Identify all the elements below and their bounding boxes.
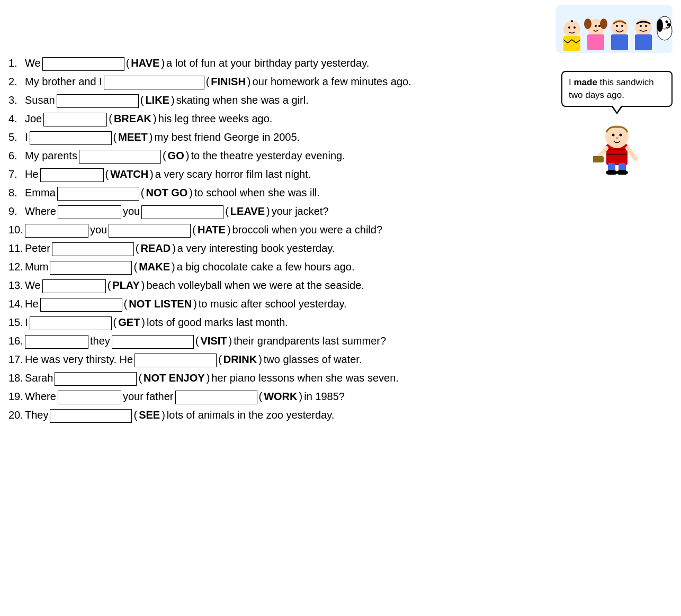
ex5-verb: MEET — [118, 129, 148, 146]
svg-rect-13 — [611, 34, 628, 50]
ex19-input1[interactable] — [58, 391, 121, 404]
ex19-verb: WORK — [264, 388, 297, 405]
ex8-text3: to school when she was ill. — [194, 185, 320, 201]
exercise-item-5: 5. I (MEET) my best friend George in 200… — [8, 129, 552, 146]
ex16-input1[interactable] — [25, 335, 88, 349]
exercise-item-10: 10. you (HATE) broccoli when you were a … — [8, 222, 673, 238]
exercise-item-1: 1. We (HAVE) a lot of fun at your birthd… — [8, 55, 552, 71]
ex4-input1[interactable] — [43, 113, 107, 126]
svg-point-29 — [612, 133, 615, 136]
ex19-input2[interactable] — [175, 391, 257, 404]
ex13-input1[interactable] — [42, 279, 106, 293]
ex6-input1[interactable] — [79, 150, 161, 164]
ex4-text1: Joe — [25, 111, 42, 127]
ex7-verb: WATCH — [110, 166, 148, 183]
svg-point-10 — [595, 25, 597, 27]
ex5-input1[interactable] — [30, 131, 112, 145]
ex9-text2: you — [123, 203, 140, 220]
exercise-item-14: 14. He (NOT LISTEN) to music after schoo… — [8, 296, 673, 312]
ex10-input1[interactable] — [25, 224, 88, 238]
num-12: 12. — [8, 259, 23, 275]
ex19-text3: in 1985? — [304, 388, 345, 405]
ex11-text3: a very interesting book yesterday. — [177, 240, 335, 257]
svg-point-15 — [621, 25, 623, 27]
num-15: 15. — [8, 314, 23, 331]
num-20: 20. — [8, 407, 23, 423]
ex12-text3: a big chocolate cake a few hours ago. — [177, 259, 355, 275]
exercise-item-4: 4. Joe (BREAK) his leg three weeks ago. — [8, 111, 552, 127]
svg-rect-7 — [587, 34, 604, 50]
ex15-input1[interactable] — [30, 316, 112, 330]
ex16-text3: their grandparents last summer? — [234, 333, 386, 349]
ex17-verb: DRINK — [223, 351, 257, 368]
ex4-verb: BREAK — [114, 111, 151, 127]
exercise-item-19: 19. Where your father (WORK) in 1985? — [8, 388, 673, 405]
svg-point-8 — [584, 19, 592, 29]
ex11-text1: Peter — [25, 240, 50, 257]
svg-point-37 — [606, 170, 617, 175]
svg-point-5 — [571, 20, 573, 22]
ex14-text1: He — [25, 296, 39, 312]
ex13-text1: We — [25, 277, 41, 294]
bubble-bold-word: made — [574, 77, 597, 87]
ex7-text1: He — [25, 166, 39, 183]
num-2: 2. — [8, 74, 23, 90]
ex2-text3: our homework a few minutes ago. — [253, 74, 411, 90]
ex12-input1[interactable] — [50, 261, 132, 275]
ex3-text1: Susan — [25, 92, 55, 108]
ex17-input1[interactable] — [135, 354, 217, 367]
ex18-verb: NOT ENJOY — [144, 370, 205, 386]
ex16-verb: VISIT — [200, 333, 227, 349]
svg-point-4 — [574, 26, 576, 29]
ex18-text3: her piano lessons when she was seven. — [211, 370, 399, 386]
num-10: 10. — [8, 222, 23, 238]
ex9-input2[interactable] — [141, 205, 223, 219]
exercise-item-11: 11. Peter (READ) a very interesting book… — [8, 240, 673, 257]
ex8-input1[interactable] — [57, 187, 139, 201]
ex1-text1: We — [25, 55, 41, 71]
svg-point-30 — [620, 133, 622, 136]
ex20-verb: SEE — [139, 407, 160, 423]
ex7-input1[interactable] — [40, 168, 104, 182]
ex14-input1[interactable] — [40, 298, 122, 312]
svg-point-11 — [598, 25, 601, 27]
ex11-input1[interactable] — [52, 242, 134, 256]
ex6-verb: GO — [168, 148, 184, 164]
ex1-input1[interactable] — [42, 57, 124, 71]
ex17-text3: two glasses of water. — [264, 351, 362, 368]
ex2-input1[interactable] — [104, 76, 204, 89]
num-7: 7. — [8, 166, 23, 183]
ex14-verb: NOT LISTEN — [129, 296, 192, 312]
svg-point-31 — [616, 137, 618, 139]
ex16-input2[interactable] — [112, 335, 194, 349]
ex8-text1: Emma — [25, 185, 56, 201]
num-18: 18. — [8, 370, 23, 386]
svg-point-24 — [667, 23, 671, 26]
svg-point-22 — [657, 19, 663, 32]
ex13-text3: beach volleyball when we were at the sea… — [147, 277, 364, 294]
ex10-text1: you — [90, 222, 107, 238]
svg-rect-2 — [563, 36, 580, 51]
exercise-item-16: 16. they (VISIT) their grandparents last… — [8, 333, 673, 349]
ex5-text1: I — [25, 129, 28, 146]
ex3-text3: skating when she was a girl. — [176, 92, 309, 108]
ex20-input1[interactable] — [50, 409, 132, 423]
svg-point-14 — [616, 25, 618, 27]
exercise-item-20: 20. They (SEE) lots of animals in the zo… — [8, 407, 673, 423]
ex11-verb: READ — [140, 240, 171, 257]
num-13: 13. — [8, 277, 23, 294]
svg-point-3 — [568, 26, 570, 29]
exercise-item-12: 12. Mum (MAKE) a big chocolate cake a fe… — [8, 259, 673, 275]
ex18-input1[interactable] — [55, 372, 137, 386]
ex12-verb: MAKE — [139, 259, 170, 275]
ex18-text1: Sarah — [25, 370, 53, 386]
ex10-input2[interactable] — [109, 224, 191, 238]
ex9-input1[interactable] — [58, 205, 121, 219]
ex3-input1[interactable] — [57, 94, 139, 108]
ex1-verb: HAVE — [131, 55, 159, 71]
ex20-text1: They — [25, 407, 48, 423]
exercise-item-9: 9. Where you (LEAVE) your jacket? — [8, 203, 673, 220]
ex10-verb: HATE — [198, 222, 226, 238]
cartoon-characters — [556, 5, 673, 53]
ex19-text2: your father — [123, 388, 174, 405]
